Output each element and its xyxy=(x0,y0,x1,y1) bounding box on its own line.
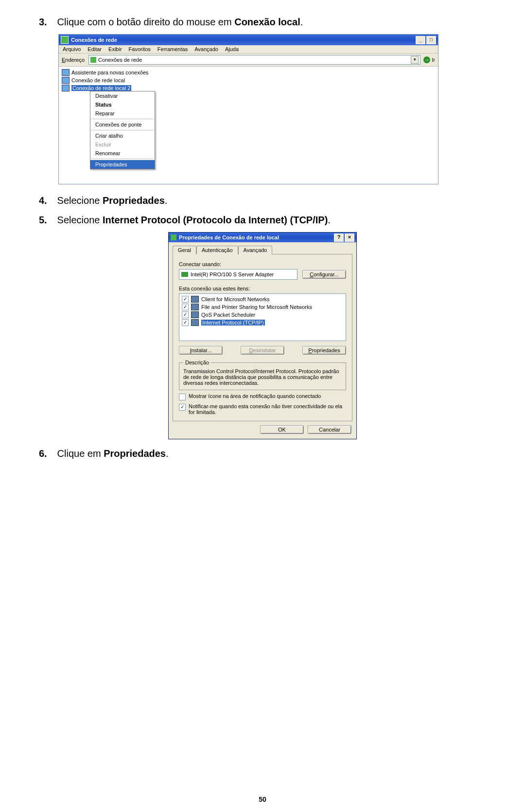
service-icon xyxy=(191,311,199,318)
ctx-properties[interactable]: Propriedades xyxy=(90,160,155,169)
client-icon xyxy=(191,296,199,303)
list-item[interactable]: Conexão de rede local xyxy=(61,76,436,84)
connection-icon xyxy=(62,85,70,91)
menu-favoritos[interactable]: Favoritos xyxy=(129,46,151,52)
list-item[interactable]: ✓File and Printer Sharing for Microsoft … xyxy=(181,303,344,311)
go-icon: → xyxy=(423,56,430,63)
close-button[interactable]: × xyxy=(345,234,354,242)
menu-arquivo[interactable]: Arquivo xyxy=(63,46,81,52)
list-item[interactable]: ✓Client for Microsoft Networks xyxy=(181,295,344,303)
connection-properties-dialog: Propriedades de Conexão de rede local ? … xyxy=(168,232,357,439)
nic-icon xyxy=(181,272,188,277)
address-value: Conexões de rede xyxy=(98,57,409,63)
address-bar: Endereço Conexões de rede ▾ → Ir xyxy=(59,54,438,67)
ok-button[interactable]: OK xyxy=(260,425,304,434)
address-label: Endereço xyxy=(62,57,86,63)
tabs: Geral Autenticação Avançado xyxy=(169,242,356,254)
minimize-button[interactable]: _ xyxy=(416,36,425,44)
description-legend: Descrição xyxy=(183,360,211,365)
address-field[interactable]: Conexões de rede ▾ xyxy=(88,55,420,65)
option-show-icon[interactable]: Mostrar ícone na área de notificação qua… xyxy=(179,393,346,400)
connection-icon xyxy=(171,235,176,240)
separator xyxy=(91,119,154,119)
checkbox[interactable] xyxy=(179,394,186,400)
properties-button[interactable]: Propriedades xyxy=(302,346,346,355)
menu-editar[interactable]: Editar xyxy=(88,46,102,52)
cancel-button[interactable]: Cancelar xyxy=(308,425,351,434)
menu-avancado[interactable]: Avançado xyxy=(194,46,218,52)
uninstall-button: Desinstalar xyxy=(241,346,284,355)
step-4-num: 4. xyxy=(39,193,54,208)
configure-button[interactable]: Configurar... xyxy=(302,270,346,279)
checkbox[interactable]: ✓ xyxy=(182,311,189,318)
menubar: Arquivo Editar Exibir Favoritos Ferramen… xyxy=(59,45,438,54)
checkbox[interactable]: ✓ xyxy=(182,304,189,310)
list-item-selected[interactable]: ✓Internet Protocol (TCP/IP) xyxy=(181,319,344,326)
ctx-disable[interactable]: Desativar xyxy=(90,91,155,100)
network-icon xyxy=(61,36,69,44)
step-5: 5. Selecione Internet Protocol (Protocol… xyxy=(39,213,486,227)
checkbox[interactable]: ✓ xyxy=(182,296,189,303)
ctx-status[interactable]: Status xyxy=(90,100,155,109)
maximize-button[interactable]: □ xyxy=(426,36,436,44)
ctx-rename[interactable]: Renomear xyxy=(90,149,155,158)
install-button[interactable]: Instalar... xyxy=(179,346,223,355)
titlebar[interactable]: Propriedades de Conexão de rede local ? … xyxy=(169,233,356,242)
connection-icon xyxy=(62,77,70,84)
tab-geral[interactable]: Geral xyxy=(173,246,196,254)
ctx-shortcut[interactable]: Criar atalho xyxy=(90,131,155,140)
checkbox[interactable]: ✓ xyxy=(179,404,186,411)
menu-exibir[interactable]: Exibir xyxy=(108,46,122,52)
ctx-repair[interactable]: Reparar xyxy=(90,109,155,118)
menu-ferramentas[interactable]: Ferramentas xyxy=(158,46,188,52)
adapter-field[interactable]: Intel(R) PRO/100 S Server Adapter xyxy=(179,269,298,280)
page-number: 50 xyxy=(0,795,525,803)
protocol-icon xyxy=(191,319,199,326)
description-text: Transmission Control Protocol/Internet P… xyxy=(183,368,342,386)
context-menu: Desativar Status Reparar Conexões de pon… xyxy=(90,91,155,169)
description-group: Descrição Transmission Control Protocol/… xyxy=(179,360,346,390)
help-button[interactable]: ? xyxy=(334,234,344,242)
dialog-title: Propriedades de Conexão de rede local xyxy=(179,235,279,240)
step-5-num: 5. xyxy=(39,213,54,227)
tab-avancado[interactable]: Avançado xyxy=(238,246,273,254)
checkbox[interactable]: ✓ xyxy=(182,319,189,326)
folder-icon xyxy=(90,57,96,63)
list-item[interactable]: Assistente para novas conexões xyxy=(61,69,436,76)
address-dropdown-button[interactable]: ▾ xyxy=(411,56,419,64)
separator xyxy=(91,130,154,130)
wizard-icon xyxy=(62,69,70,76)
option-notify-limited[interactable]: ✓ Notificar-me quando esta conexão não t… xyxy=(179,403,346,415)
items-label: Esta conexão usa estes itens: xyxy=(179,286,346,291)
tab-page-geral: Conectar usando: Intel(R) PRO/100 S Serv… xyxy=(173,254,352,421)
connect-using-label: Conectar usando: xyxy=(179,261,346,267)
go-button[interactable]: → Ir xyxy=(423,56,435,63)
separator xyxy=(91,159,154,159)
ctx-delete: Excluir xyxy=(90,140,155,149)
ctx-bridge[interactable]: Conexões de ponte xyxy=(90,120,155,129)
step-3: 3. Clique com o botão direito do mouse e… xyxy=(39,15,486,29)
step-6-num: 6. xyxy=(39,446,54,461)
step-3-num: 3. xyxy=(39,15,54,29)
window-title: Conexões de rede xyxy=(71,37,117,43)
titlebar[interactable]: Conexões de rede _ □ xyxy=(59,35,438,45)
step-6: 6. Clique em Propriedades. xyxy=(39,446,486,461)
list-item[interactable]: ✓QoS Packet Scheduler xyxy=(181,311,344,319)
menu-ajuda[interactable]: Ajuda xyxy=(225,46,239,52)
components-listbox[interactable]: ✓Client for Microsoft Networks ✓File and… xyxy=(179,293,346,341)
service-icon xyxy=(191,304,199,310)
adapter-name: Intel(R) PRO/100 S Server Adapter xyxy=(191,271,274,277)
tab-autenticacao[interactable]: Autenticação xyxy=(196,246,238,254)
network-connections-window: Conexões de rede _ □ Arquivo Editar Exib… xyxy=(58,34,438,184)
step-4: 4. Selecione Propriedades. xyxy=(39,193,486,208)
folder-body[interactable]: Assistente para novas conexões Conexão d… xyxy=(59,67,438,184)
